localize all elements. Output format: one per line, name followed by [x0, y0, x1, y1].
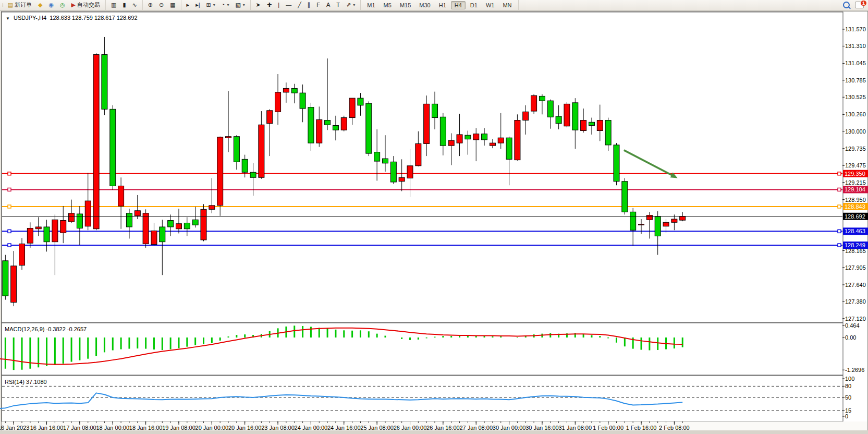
candle-bullish	[581, 120, 586, 131]
cursor-button[interactable]: ➤	[253, 1, 263, 9]
candle-bullish	[473, 134, 479, 140]
trendline-button[interactable]: ╱	[295, 1, 304, 9]
zoom-out-button[interactable]: ⊖	[156, 1, 166, 9]
chevron-down-icon[interactable]: ▾	[213, 3, 215, 7]
add-indicator-button[interactable]: ⊞▾	[204, 1, 218, 9]
date-label: 24 Jan 16:00	[327, 425, 361, 431]
text-label-button[interactable]: T	[334, 1, 343, 9]
horizontal-line-button[interactable]: —	[283, 1, 294, 9]
signal-icon: ◎	[60, 2, 65, 8]
current-price-badge-label: 128.692	[845, 213, 865, 220]
candlestick-chart-button[interactable]: ▮	[120, 1, 128, 9]
date-label: 26 Jan 16:00	[426, 425, 460, 431]
template-button[interactable]: ▧▾	[233, 1, 247, 9]
candle-bullish	[283, 88, 289, 92]
line-handle[interactable]	[8, 188, 11, 191]
line-handle[interactable]	[838, 244, 841, 247]
auto-trading-icon: ▶	[71, 2, 76, 8]
timeframe-button-h4[interactable]: H4	[451, 1, 466, 9]
collapse-icon[interactable]: ▼	[6, 16, 10, 21]
candle-bullish	[597, 120, 603, 131]
vertical-line-button[interactable]: |	[275, 1, 282, 9]
arrows-button[interactable]: ⇗▾	[344, 1, 358, 9]
price-tick-label: 129.735	[845, 146, 866, 152]
candle-bearish	[506, 138, 512, 159]
period-button[interactable]: ◔▾	[219, 1, 232, 9]
profile-button[interactable]: ◉	[46, 1, 56, 9]
rsi-tick-label: 0	[845, 413, 848, 419]
crosshair-button[interactable]: ✚	[264, 1, 274, 9]
search-icon[interactable]	[843, 2, 850, 8]
chevron-down-icon[interactable]: ▾	[243, 3, 245, 7]
timeframe-button-d1[interactable]: D1	[467, 1, 481, 9]
notification-badge: 1	[860, 0, 867, 6]
tile-windows-button[interactable]: ▦	[167, 1, 178, 9]
candle-bullish	[201, 209, 206, 240]
timeframe-button-h1[interactable]: H1	[435, 1, 450, 9]
rsi-tick-label: 100	[845, 376, 854, 382]
price-tick-label: 129.475	[845, 162, 866, 168]
line-handle[interactable]	[8, 230, 11, 233]
line-handle[interactable]	[838, 172, 841, 175]
candle-bearish	[160, 227, 165, 242]
candle-bearish	[3, 261, 8, 296]
candle-bullish	[226, 137, 231, 138]
candle-bearish	[374, 152, 380, 161]
timeframe-button-mn[interactable]: MN	[499, 1, 515, 9]
candle-bearish	[110, 109, 116, 186]
line-handle[interactable]	[838, 205, 841, 208]
notifications-icon[interactable]: 1	[855, 2, 864, 8]
signal-button[interactable]: ◎	[57, 1, 68, 9]
chevron-down-icon[interactable]: ▾	[227, 3, 229, 7]
price-tick-label: 127.380	[845, 298, 866, 305]
gold-bars-button[interactable]: ◆	[35, 1, 45, 9]
date-label: 20 Jan 16:00	[228, 425, 262, 431]
bar-chart-button[interactable]: ▥	[108, 1, 119, 9]
auto-trading-button[interactable]: ▶ 自动交易	[69, 0, 103, 10]
channel-button[interactable]: ∥	[305, 1, 313, 9]
rsi-tick-label: 50	[845, 394, 851, 401]
chevron-down-icon[interactable]: ▾	[353, 3, 355, 7]
candle-bearish	[547, 101, 553, 117]
zoom-in-button[interactable]: ⊕	[145, 1, 155, 9]
candle-bullish	[19, 244, 25, 265]
line-handle[interactable]	[8, 172, 11, 175]
line-handle[interactable]	[838, 188, 841, 191]
price-line-badge-label: 128.463	[845, 228, 865, 234]
chart-shift-button[interactable]: ▸|	[193, 1, 202, 9]
date-label: 18 Jan 16:00	[129, 425, 163, 431]
price-tick-label: 131.045	[845, 60, 866, 66]
candle-bearish	[333, 126, 338, 130]
date-label: 18 Jan 00:00	[96, 425, 129, 431]
text-button[interactable]: A	[324, 1, 333, 9]
candle-bullish	[448, 140, 454, 146]
new-order-icon: ▤	[8, 2, 13, 8]
text-icon: A	[326, 2, 330, 8]
crosshair-icon: ✚	[267, 2, 272, 8]
title-ohlc: 128.633 128.759 128.617 128.692	[50, 15, 137, 21]
line-handle[interactable]	[838, 230, 841, 233]
price-tick-label: 127.120	[845, 316, 866, 322]
new-order-button[interactable]: ▤ 新订单	[5, 0, 34, 10]
channel-icon: ∥	[308, 2, 311, 8]
fibonacci-button[interactable]: F	[314, 1, 323, 9]
toolbar-grip[interactable]: ⁞	[2, 3, 3, 8]
line-handle[interactable]	[8, 205, 11, 208]
line-chart-button[interactable]: ∿	[130, 1, 140, 9]
timeframe-button-m1[interactable]: M1	[363, 1, 378, 9]
main-toolbar: ⁞ ▤ 新订单 ◆ ◉ ◎ ▶ 自动交易 ▥▮∿⊕⊖▦▸▸|⊞▾◔▾▧▾➤✚|—…	[0, 0, 868, 10]
timeframe-button-m30[interactable]: M30	[415, 1, 434, 9]
timeframe-button-m15[interactable]: M15	[396, 1, 414, 9]
rsi-tick-label: 80	[845, 383, 851, 389]
candle-bullish	[69, 213, 75, 222]
line-handle[interactable]	[8, 244, 11, 247]
candle-bearish	[291, 88, 297, 93]
candle-bullish	[11, 266, 17, 303]
new-order-label: 新订单	[15, 1, 32, 9]
macd-tick-label: -1.2696	[845, 367, 864, 373]
timeframe-button-m5[interactable]: M5	[380, 1, 395, 9]
date-label: 27 Jan 08:00	[459, 425, 493, 431]
timeframe-button-w1[interactable]: W1	[482, 1, 498, 9]
auto-scroll-button[interactable]: ▸	[184, 1, 192, 9]
candle-bearish	[572, 103, 578, 130]
